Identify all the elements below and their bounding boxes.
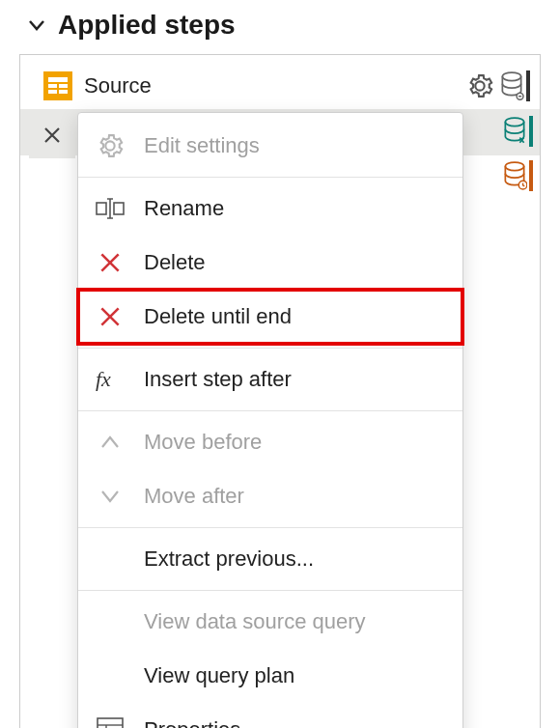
menu-separator xyxy=(78,348,462,349)
menu-label: View query plan xyxy=(144,663,294,688)
chevron-up-icon xyxy=(94,434,126,451)
chevron-down-icon xyxy=(94,488,126,505)
delete-step-button[interactable] xyxy=(29,112,75,158)
menu-separator xyxy=(78,590,462,591)
delete-x-icon xyxy=(94,250,126,275)
menu-delete[interactable]: Delete xyxy=(78,236,462,290)
delete-x-icon xyxy=(94,304,126,329)
step-status-icons xyxy=(502,116,533,191)
step-row-source[interactable]: Source xyxy=(20,63,540,109)
menu-separator xyxy=(78,410,462,411)
table-source-icon xyxy=(43,71,72,100)
svg-rect-3 xyxy=(48,90,57,94)
svg-rect-1 xyxy=(48,84,57,88)
panel-title: Applied steps xyxy=(58,10,236,41)
gear-icon[interactable] xyxy=(466,72,493,99)
svg-rect-0 xyxy=(48,77,68,82)
menu-label: Move after xyxy=(144,484,244,509)
menu-move-after: Move after xyxy=(78,469,462,523)
chevron-down-icon xyxy=(27,15,46,35)
svg-point-8 xyxy=(505,162,523,171)
menu-view-data-source-query: View data source query xyxy=(78,595,462,649)
svg-rect-13 xyxy=(98,718,123,728)
menu-edit-settings: Edit settings xyxy=(78,119,462,173)
menu-label: Edit settings xyxy=(144,133,260,158)
fx-icon: fx xyxy=(94,367,126,392)
menu-delete-until-end[interactable]: Delete until end xyxy=(78,290,462,344)
menu-view-query-plan[interactable]: View query plan xyxy=(78,649,462,703)
database-clock-icon[interactable] xyxy=(502,160,533,191)
svg-rect-2 xyxy=(59,84,68,88)
menu-label: Extract previous... xyxy=(144,546,314,572)
menu-insert-step-after[interactable]: fx Insert step after xyxy=(78,352,462,406)
rename-icon xyxy=(94,197,126,220)
database-icon[interactable] xyxy=(499,70,530,101)
menu-label: Delete xyxy=(144,250,206,275)
svg-rect-4 xyxy=(59,90,68,94)
menu-rename[interactable]: Rename xyxy=(78,182,462,236)
menu-properties[interactable]: Properties... xyxy=(78,703,462,728)
menu-extract-previous[interactable]: Extract previous... xyxy=(78,532,462,586)
step-label: Source xyxy=(84,73,455,98)
menu-label: Rename xyxy=(144,196,224,221)
menu-move-before: Move before xyxy=(78,415,462,469)
menu-label: Delete until end xyxy=(144,304,292,329)
properties-table-icon xyxy=(94,717,126,728)
menu-label: Move before xyxy=(144,430,262,455)
applied-steps-header[interactable]: Applied steps xyxy=(0,0,560,54)
svg-rect-10 xyxy=(97,203,106,214)
menu-label: Properties... xyxy=(144,717,259,728)
svg-point-7 xyxy=(505,118,523,126)
svg-rect-11 xyxy=(114,203,124,214)
step-context-menu: Edit settings Rename Delete Delete until… xyxy=(77,112,463,728)
database-refresh-icon[interactable] xyxy=(502,116,533,147)
menu-separator xyxy=(78,527,462,528)
gear-icon xyxy=(94,132,126,159)
menu-label: View data source query xyxy=(144,609,366,634)
svg-point-5 xyxy=(502,72,520,81)
menu-label: Insert step after xyxy=(144,367,292,392)
menu-separator xyxy=(78,177,462,178)
svg-text:fx: fx xyxy=(96,367,111,391)
